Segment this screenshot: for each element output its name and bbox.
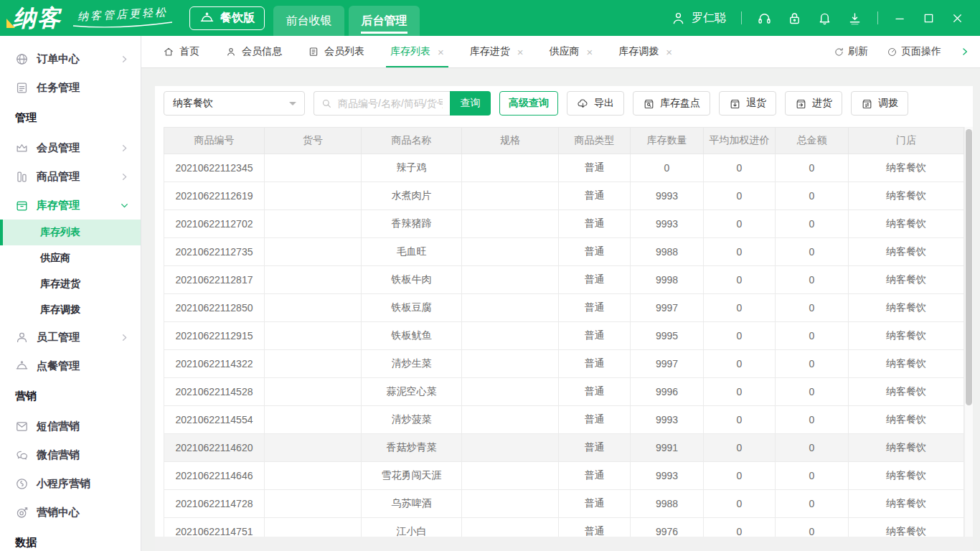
tab[interactable]: 供应商×	[550, 36, 593, 67]
cell-qty: 9993	[631, 182, 704, 210]
tab-label: 会员信息	[242, 45, 282, 58]
nav-front-desk[interactable]: 前台收银	[273, 6, 344, 36]
table-row[interactable]: 20210622112817铁板牛肉普通999800纳客餐饮	[164, 266, 964, 294]
advanced-search-button[interactable]: 高级查询	[499, 91, 558, 116]
sidebar-item[interactable]: 库存管理	[0, 191, 141, 220]
sidebar-subitem[interactable]: 库存进货	[0, 271, 141, 297]
table-row[interactable]: 20210622114322清炒生菜普通999700纳客餐饮	[164, 350, 964, 378]
sidebar-item[interactable]: 短信营销	[0, 412, 141, 441]
tab[interactable]: 首页	[163, 36, 199, 67]
cell-spec	[462, 490, 559, 518]
refresh-button[interactable]: 刷新	[834, 45, 868, 58]
cell-name: 蒜泥空心菜	[362, 378, 462, 406]
tab[interactable]: 会员列表	[308, 36, 364, 67]
tab[interactable]: 库存进货×	[470, 36, 524, 67]
tab[interactable]: 库存调拨×	[618, 36, 672, 67]
sidebar-item[interactable]: 小程序营销	[0, 469, 141, 498]
scrollbar-thumb[interactable]	[966, 129, 972, 405]
search-input[interactable]	[336, 97, 444, 110]
cell-price: 0	[704, 518, 776, 537]
cell-type: 普通	[559, 322, 631, 350]
sidebar-item-label: 短信营销	[37, 420, 80, 433]
tab[interactable]: 会员信息	[225, 36, 282, 67]
cell-store: 纳客餐饮	[849, 210, 964, 238]
table-row[interactable]: 20210622112619水煮肉片普通999300纳客餐饮	[164, 182, 964, 210]
table-row[interactable]: 20210622112345辣子鸡普通000纳客餐饮	[164, 154, 964, 182]
table-row[interactable]: 20210622112702香辣猪蹄普通999300纳客餐饮	[164, 210, 964, 238]
minimize-button[interactable]	[893, 11, 907, 25]
tab-close-icon[interactable]: ×	[517, 47, 524, 57]
user-menu[interactable]: 罗仁聪	[671, 11, 726, 26]
table-row[interactable]: 20210622112915铁板鱿鱼普通999500纳客餐饮	[164, 322, 964, 350]
tab-close-icon[interactable]: ×	[587, 47, 593, 57]
stocktake-button[interactable]: 库存盘点	[633, 91, 710, 116]
sidebar-item-label: 微信营销	[37, 448, 80, 462]
purchase-button[interactable]: 进货	[785, 91, 842, 116]
table-row[interactable]: 20210622114646雪花勇闯天涯普通999300纳客餐饮	[164, 462, 964, 490]
logo-text: 纳客	[13, 5, 62, 31]
page-actions-button[interactable]: 页面操作	[887, 45, 941, 58]
tab-label: 库存调拨	[618, 45, 659, 58]
sidebar-item[interactable]: 点餐管理	[0, 352, 141, 380]
sidebar-item[interactable]: 微信营销	[0, 441, 141, 469]
store-select[interactable]: 纳客餐饮	[164, 91, 305, 116]
nav-back-office[interactable]: 后台管理	[349, 6, 420, 36]
list-icon	[308, 46, 319, 57]
table-row[interactable]: 20210622114528蒜泥空心菜普通999600纳客餐饮	[164, 378, 964, 406]
sidebar-subitem[interactable]: 库存调拨	[0, 297, 141, 323]
table-row[interactable]: 20210622114751江小白普通997600纳客餐饮	[164, 518, 964, 537]
cell-price: 0	[704, 322, 776, 350]
cell-code: 20210622114322	[164, 350, 265, 378]
sidebar-subitem[interactable]: 供应商	[0, 245, 141, 271]
sidebar-subitem-label: 供应商	[40, 252, 70, 265]
cell-sku	[265, 434, 362, 462]
cell-qty: 9997	[631, 350, 704, 378]
vertical-scrollbar[interactable]	[964, 127, 973, 537]
table-row[interactable]: 20210622114728乌苏啤酒普通998800纳客餐饮	[164, 490, 964, 518]
bell-icon[interactable]	[817, 11, 832, 26]
cell-sku	[265, 490, 362, 518]
sidebar-section-label: 营销	[0, 380, 141, 412]
lock-icon[interactable]	[787, 11, 802, 26]
cell-code: 20210622114728	[164, 490, 265, 518]
transfer-button[interactable]: 调拨	[851, 91, 908, 116]
table-row[interactable]: 20210622112850铁板豆腐普通999700纳客餐饮	[164, 294, 964, 322]
export-button[interactable]: 导出	[567, 91, 624, 116]
cell-price: 0	[704, 294, 776, 322]
cell-price: 0	[704, 182, 776, 210]
sidebar-item[interactable]: 营销中心	[0, 498, 141, 527]
cell-sku	[265, 406, 362, 434]
chevron-right-icon	[120, 143, 129, 153]
app-logo: 纳客	[13, 6, 62, 29]
sidebar-item-label: 商品管理	[37, 170, 80, 184]
cell-sku	[265, 322, 362, 350]
tab-close-icon[interactable]: ×	[666, 47, 672, 57]
titlebar: 纳客 纳客管店更轻松 餐饮版 前台收银 后台管理 罗仁聪	[0, 0, 980, 36]
table-row[interactable]: 20210622114620香菇炒青菜普通999100纳客餐饮	[164, 434, 964, 462]
table-row[interactable]: 20210622112735毛血旺普通998800纳客餐饮	[164, 238, 964, 266]
chevron-right-icon[interactable]	[960, 47, 970, 57]
headset-icon[interactable]	[757, 11, 772, 26]
crown-icon	[15, 141, 29, 155]
column-header: 规格	[462, 128, 559, 154]
edition-button[interactable]: 餐饮版	[189, 6, 265, 30]
sidebar-item[interactable]: 员工管理	[0, 323, 141, 352]
tab-close-icon[interactable]: ×	[438, 47, 444, 57]
download-icon[interactable]	[847, 11, 862, 26]
sidebar-subitem[interactable]: 库存列表	[0, 220, 141, 245]
sidebar: 订单中心任务管理管理会员管理商品管理库存管理库存列表供应商库存进货库存调拨员工管…	[0, 36, 141, 551]
tab[interactable]: 库存列表×	[390, 36, 444, 67]
maximize-button[interactable]	[922, 11, 936, 25]
sidebar-item[interactable]: 会员管理	[0, 133, 141, 162]
sidebar-item[interactable]: 商品管理	[0, 162, 141, 191]
cell-total: 0	[776, 322, 849, 350]
cell-spec	[462, 238, 559, 266]
close-button[interactable]	[951, 11, 964, 25]
table-row[interactable]: 20210622114554清炒菠菜普通999300纳客餐饮	[164, 406, 964, 434]
sidebar-item[interactable]: 任务管理	[0, 73, 141, 102]
horizontal-scrollbar[interactable]	[155, 537, 973, 551]
cell-name: 清炒菠菜	[362, 406, 462, 434]
search-button[interactable]: 查询	[450, 91, 491, 116]
sidebar-item[interactable]: 订单中心	[0, 44, 141, 73]
return-button[interactable]: 退货	[719, 91, 776, 116]
